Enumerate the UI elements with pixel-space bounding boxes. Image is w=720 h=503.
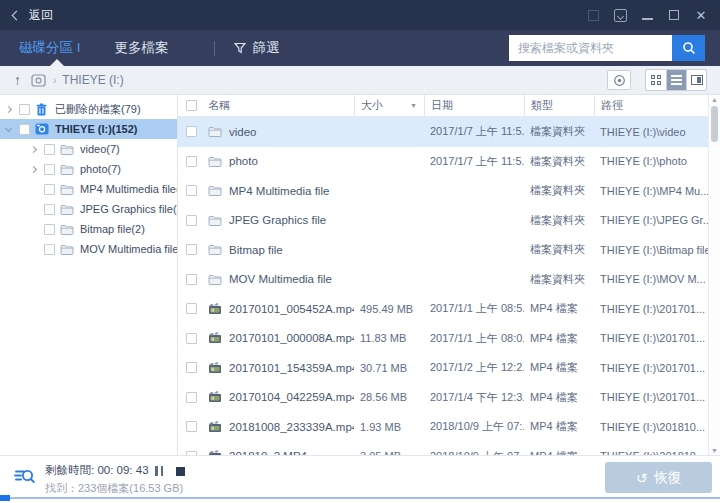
- column-header-type[interactable]: 類型: [524, 95, 594, 116]
- tree-checkbox[interactable]: [44, 184, 55, 195]
- table-row[interactable]: JPEG Graphics file 檔案資料夾 THIEYE (I:)\JPE…: [178, 206, 708, 236]
- close-button[interactable]: ✕: [694, 8, 708, 22]
- table-row[interactable]: 20170101_154359A.mp4 30.71 MB 2017/1/2 上…: [178, 353, 708, 383]
- row-checkbox[interactable]: [178, 185, 208, 196]
- row-checkbox[interactable]: [178, 392, 208, 403]
- table-row[interactable]: Bitmap file 檔案資料夾 THIEYE (I:)\Bitmap fil…: [178, 235, 708, 265]
- folder-icon: [208, 155, 223, 168]
- expander-chevron-icon[interactable]: [5, 105, 12, 112]
- tree-checkbox[interactable]: [44, 144, 55, 155]
- table-row[interactable]: 20170104_042259A.mp4 28.56 MB 2017/1/4 下…: [178, 383, 708, 413]
- file-path: THIEYE (I:)\MOV M...: [594, 273, 708, 285]
- expander-chevron-icon[interactable]: [5, 124, 12, 131]
- sidebar-tree-item[interactable]: MP4 Multimedia file(5): [0, 179, 177, 199]
- file-name: JPEG Graphics file: [229, 214, 326, 226]
- sidebar-tree-item[interactable]: Bitmap file(2): [0, 219, 177, 239]
- column-header-path[interactable]: 路徑: [594, 95, 708, 116]
- breadcrumb-location[interactable]: THIEYE (I:): [62, 73, 123, 87]
- up-level-button[interactable]: ↑: [14, 73, 21, 87]
- pause-button[interactable]: [155, 466, 163, 476]
- table-row[interactable]: video 2017/1/7 上午 11:5... 檔案資料夾 THIEYE (…: [178, 117, 708, 147]
- expander-chevron-icon[interactable]: [30, 165, 37, 172]
- file-name: 20181008_233339A.mp4: [229, 421, 354, 433]
- file-type: 檔案資料夾: [524, 272, 594, 287]
- row-checkbox[interactable]: [178, 421, 208, 432]
- scan-progress-track: [0, 497, 720, 499]
- select-all-checkbox[interactable]: [178, 100, 208, 111]
- file-path: THIEYE (I:)\201810...: [594, 421, 708, 433]
- tab-more-files[interactable]: 更多檔案: [115, 39, 169, 57]
- scroll-up-icon[interactable]: ▲: [709, 96, 720, 103]
- active-tab-pointer: [50, 59, 64, 66]
- search-input[interactable]: [509, 35, 672, 61]
- pane-view-button[interactable]: [686, 70, 706, 90]
- recover-label: 恢復: [654, 469, 681, 487]
- file-path: THIEYE (I:)\video: [594, 126, 708, 138]
- search-button[interactable]: [672, 35, 705, 61]
- tree-checkbox[interactable]: [19, 104, 30, 115]
- table-row[interactable]: 20181008_233339A.mp4 1.93 MB 2018/10/9 上…: [178, 412, 708, 442]
- row-checkbox[interactable]: [178, 156, 208, 167]
- table-row[interactable]: MP4 Multimedia file 檔案資料夾 THIEYE (I:)\MP…: [178, 176, 708, 206]
- tree-checkbox[interactable]: [44, 204, 55, 215]
- view-mode-group: [645, 69, 707, 91]
- table-row[interactable]: 201810_2.MP4 3.05 MB 2018/10/9 上午 07... …: [178, 442, 708, 456]
- preview-toggle-button[interactable]: [607, 70, 631, 90]
- sidebar-tree-item[interactable]: photo(7): [0, 159, 177, 179]
- scrollbar-thumb[interactable]: [711, 106, 718, 142]
- sidebar-tree-item[interactable]: MOV Multimedia file(5): [0, 239, 177, 259]
- grid-view-icon: [651, 75, 661, 85]
- file-size: 28.56 MB: [354, 391, 424, 403]
- file-type: MP4 檔案: [524, 390, 594, 405]
- file-date: 2017/1/7 上午 11:5...: [424, 154, 524, 169]
- tab-disk-partition[interactable]: 磁碟分區 I: [19, 39, 81, 57]
- filter-button[interactable]: 篩選: [234, 39, 280, 57]
- minimize-button[interactable]: [640, 8, 654, 22]
- row-checkbox[interactable]: [178, 274, 208, 285]
- column-header-name[interactable]: 名稱: [208, 95, 354, 116]
- file-name: Bitmap file: [229, 244, 283, 256]
- grid-view-button[interactable]: [646, 70, 666, 90]
- tree-checkbox[interactable]: [19, 124, 30, 135]
- sidebar-tree-item[interactable]: video(7): [0, 139, 177, 159]
- row-checkbox[interactable]: [178, 215, 208, 226]
- table-scrollbar[interactable]: ▲ ▼: [708, 95, 720, 455]
- row-checkbox[interactable]: [178, 303, 208, 314]
- expander-chevron-icon[interactable]: [30, 145, 37, 152]
- dropdown-menu-icon[interactable]: [613, 8, 627, 22]
- back-button[interactable]: 返回: [13, 7, 53, 24]
- tree-item-label: JPEG Graphics file(2): [80, 203, 177, 215]
- row-checkbox[interactable]: [178, 333, 208, 344]
- tree-checkbox[interactable]: [44, 164, 55, 175]
- row-checkbox[interactable]: [178, 126, 208, 137]
- maximize-button[interactable]: [667, 8, 681, 22]
- sidebar-tree-item[interactable]: JPEG Graphics file(2): [0, 199, 177, 219]
- row-checkbox[interactable]: [178, 362, 208, 373]
- trash-icon: [35, 103, 50, 116]
- nav-divider: [214, 41, 215, 56]
- column-header-size[interactable]: 大小▼: [354, 95, 424, 116]
- restore-icon: ↺: [636, 471, 648, 485]
- scroll-down-icon[interactable]: ▼: [709, 447, 720, 454]
- sort-arrow-icon[interactable]: ▼: [410, 102, 417, 109]
- file-date: 2017/1/7 上午 11:5...: [424, 124, 524, 139]
- sidebar-tree-item[interactable]: 已刪除的檔案(79): [0, 99, 177, 119]
- list-view-button[interactable]: [666, 70, 686, 90]
- funnel-icon: [234, 42, 246, 54]
- sidebar-tree: 已刪除的檔案(79) THIEYE (I:)(152) video(7) pho…: [0, 95, 178, 455]
- column-header-date[interactable]: 日期: [424, 95, 524, 116]
- folder-icon: [60, 203, 75, 216]
- table-row[interactable]: 20170101_005452A.mp4 495.49 MB 2017/1/1 …: [178, 294, 708, 324]
- sidebar-tree-item[interactable]: THIEYE (I:)(152): [0, 119, 177, 139]
- table-row[interactable]: MOV Multimedia file 檔案資料夾 THIEYE (I:)\MO…: [178, 265, 708, 295]
- tree-checkbox[interactable]: [44, 244, 55, 255]
- breadcrumb-separator: ›: [53, 75, 56, 86]
- recover-button[interactable]: ↺ 恢復: [605, 462, 712, 493]
- table-row[interactable]: photo 2017/1/7 上午 11:5... 檔案資料夾 THIEYE (…: [178, 147, 708, 177]
- row-checkbox[interactable]: [178, 244, 208, 255]
- stop-button[interactable]: [176, 467, 185, 476]
- inactive-square-icon[interactable]: [586, 8, 600, 22]
- tree-checkbox[interactable]: [44, 224, 55, 235]
- table-row[interactable]: 20170101_000008A.mp4 11.83 MB 2017/1/1 上…: [178, 324, 708, 354]
- view-controls: [607, 69, 707, 91]
